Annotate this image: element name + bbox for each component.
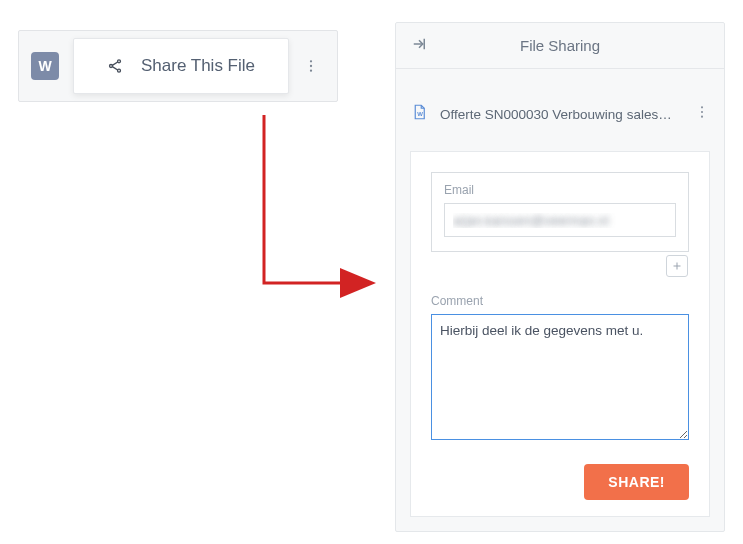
word-doc-icon: W xyxy=(410,103,428,125)
share-this-file-label: Share This File xyxy=(141,56,255,76)
panel-header: File Sharing xyxy=(396,23,724,69)
file-row: W Offerte SN000030 Verbouwing sales… xyxy=(410,93,710,135)
share-icon xyxy=(107,58,123,74)
svg-line-4 xyxy=(112,67,117,70)
comment-label: Comment xyxy=(431,294,689,308)
svg-point-13 xyxy=(701,111,703,113)
share-file-widget: W Share This File xyxy=(18,30,338,102)
more-options-button[interactable] xyxy=(297,52,325,80)
share-form: Email Comment SHARE! xyxy=(410,151,710,517)
add-email-button[interactable] xyxy=(666,255,688,277)
svg-point-1 xyxy=(110,65,113,68)
svg-point-5 xyxy=(310,60,312,62)
email-field[interactable] xyxy=(444,203,676,237)
svg-point-7 xyxy=(310,70,312,72)
email-block: Email xyxy=(431,172,689,252)
svg-text:W: W xyxy=(417,111,423,117)
svg-point-12 xyxy=(701,106,703,108)
svg-line-3 xyxy=(112,62,117,65)
file-more-options-button[interactable] xyxy=(694,104,710,124)
share-button[interactable]: SHARE! xyxy=(584,464,689,500)
svg-point-14 xyxy=(701,116,703,118)
comment-field[interactable] xyxy=(431,314,689,440)
svg-point-6 xyxy=(310,65,312,67)
flow-arrow xyxy=(240,115,400,315)
panel-title: File Sharing xyxy=(410,37,710,54)
svg-point-2 xyxy=(118,69,121,72)
svg-point-0 xyxy=(118,60,121,63)
file-name-label: Offerte SN000030 Verbouwing sales… xyxy=(440,107,694,122)
file-sharing-panel: File Sharing W Offerte SN000030 Verbouwi… xyxy=(395,22,725,532)
word-doc-badge: W xyxy=(31,52,59,80)
comment-block: Comment xyxy=(431,294,689,444)
email-label: Email xyxy=(444,183,676,197)
share-this-file-card[interactable]: Share This File xyxy=(73,38,289,94)
